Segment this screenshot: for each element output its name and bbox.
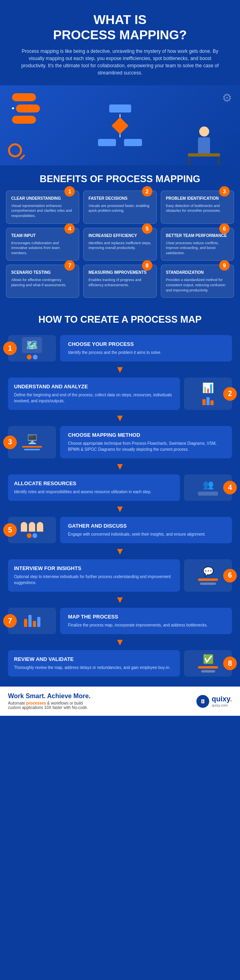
benefit-title-3: PROBLEM IDENTIFICATION <box>166 196 229 201</box>
step-1-title: CHOOSE YOUR PROCESS <box>68 341 226 347</box>
arrow-down-icon: ▼ <box>115 364 125 375</box>
benefit-2: 2 FASTER DECISIONS Visuals are processed… <box>83 191 156 224</box>
benefit-title-1: CLEAR UNDERSTANDING <box>11 196 74 201</box>
arrow-down-icon-3: ▼ <box>115 461 125 472</box>
benefits-section: BENEFITS OF PROCESS MAPPING 1 CLEAR UNDE… <box>0 165 240 306</box>
step-7-title: MAP THE PROCESS <box>68 614 226 620</box>
benefit-number-7: 7 <box>64 260 75 271</box>
step-7-image: 7 <box>8 608 56 634</box>
connector-5-6: ▼ <box>6 545 234 557</box>
step-8-content: REVIEW AND VALIDATE Thoroughly review th… <box>8 650 180 677</box>
arrow-down-icon-5: ▼ <box>115 546 125 557</box>
benefits-title: BENEFITS OF PROCESS MAPPING <box>6 173 234 185</box>
arrow-down-icon-7: ▼ <box>115 637 125 648</box>
step-3-desc: Choose appropriate technique from Proces… <box>68 440 226 452</box>
quixy-logo-icon <box>199 697 207 705</box>
step-5-number: 5 <box>3 523 17 537</box>
step-7-content: MAP THE PROCESS Finalize the process map… <box>60 608 232 634</box>
step-2-number: 2 <box>223 387 237 401</box>
benefit-desc-7: Allows for effective contingency plannin… <box>11 277 74 287</box>
header-description: Process mapping is like being a detectiv… <box>16 48 224 76</box>
benefit-desc-6: Clear processes reduce conflicts, improv… <box>166 241 229 256</box>
step-4-title: ALLOCATE RESOURCES <box>14 480 172 486</box>
benefit-9: 9 STANDARDIZATION Provides a standardize… <box>161 265 234 298</box>
step-1-content: CHOOSE YOUR PROCESS Identify the process… <box>60 335 232 361</box>
benefit-number-9: 9 <box>219 260 230 271</box>
header-section: WHAT ISPROCESS MAPPING? Process mapping … <box>0 0 240 85</box>
howto-title: HOW TO CREATE A PROCESS MAP <box>6 314 234 325</box>
quixy-brand-name: quixy. <box>212 695 232 703</box>
step-5-desc: Engage with concerned individuals, seek … <box>68 531 226 537</box>
step-6-content: INTERVIEW FOR INSIGHTS Optional step to … <box>8 559 180 592</box>
quixy-dot: . <box>230 695 232 703</box>
step-8-number: 8 <box>223 657 237 670</box>
step-1: 1 🗺️ CHOOSE YOUR PROCESS Identify the pr… <box>6 333 234 363</box>
step-3-number: 3 <box>3 436 17 449</box>
step-5-title: GATHER AND DISCUSS <box>68 523 226 529</box>
benefit-number-2: 2 <box>142 186 152 197</box>
benefit-number-1: 1 <box>64 186 75 197</box>
benefit-number-4: 4 <box>64 223 75 234</box>
arrow-down-icon-6: ▼ <box>115 594 125 605</box>
step-6-desc: Optional step to interview individuals f… <box>14 574 172 586</box>
hero-illustration: ⚙ <box>0 85 240 165</box>
footer-right: quixy. quixy.com <box>196 695 232 708</box>
howto-section: HOW TO CREATE A PROCESS MAP 1 🗺️ CHOOSE … <box>0 306 240 687</box>
benefit-title-6: BETTER TEAM PERFORMANCE <box>166 233 229 238</box>
step-6-title: INTERVIEW FOR INSIGHTS <box>14 565 172 571</box>
step-2-content: UNDERSTAND AND ANALYZE Define the beginn… <box>8 378 180 410</box>
arrow-down-icon-4: ▼ <box>115 503 125 514</box>
benefit-desc-2: Visuals are processed faster, enabling q… <box>88 203 151 213</box>
step-2-title: UNDERSTAND AND ANALYZE <box>14 384 172 390</box>
step-4-image: 4 👥 <box>184 474 232 501</box>
connector-2-3: ▼ <box>6 412 234 424</box>
benefits-grid: 1 CLEAR UNDERSTANDING Visual representat… <box>6 191 234 298</box>
step-4-desc: Identify roles and responsibilities and … <box>14 489 172 495</box>
step-5: 5 GATHER AND DISCUSS Engage with concern… <box>6 515 234 545</box>
footer-left: Work Smart. Achieve More. Automate proce… <box>8 693 90 710</box>
footer-sub-tagline: Automate processes & workflows or build … <box>8 701 90 710</box>
benefit-number-6: 6 <box>219 223 230 234</box>
benefit-1: 1 CLEAR UNDERSTANDING Visual representat… <box>6 191 79 224</box>
benefit-desc-8: Enables tracking of progress and efficie… <box>88 277 151 287</box>
step-8-image: 8 ✅ <box>184 650 232 677</box>
benefit-desc-4: Encourages collaboration and innovative … <box>11 241 74 256</box>
arrow-down-icon-2: ▼ <box>115 412 125 424</box>
step-4-content: ALLOCATE RESOURCES Identify roles and re… <box>8 474 180 501</box>
step-8-desc: Thoroughly review the map, address delay… <box>14 665 172 671</box>
step-4: 4 👥 ALLOCATE RESOURCES Identify roles an… <box>6 472 234 503</box>
connector-7-8: ▼ <box>6 636 234 648</box>
benefit-6: 6 BETTER TEAM PERFORMANCE Clear processe… <box>161 228 234 261</box>
benefit-8: 8 MEASURING IMPROVEMENTS Enables trackin… <box>83 265 156 298</box>
step-5-image: 5 <box>8 517 56 543</box>
benefit-title-8: MEASURING IMPROVEMENTS <box>88 270 151 275</box>
step-3-title: CHOOSE MAPPING METHOD <box>68 432 226 438</box>
step-3-image: 3 🖥️ <box>8 426 56 458</box>
connector-6-7: ▼ <box>6 594 234 606</box>
benefit-4: 4 TEAM INPUT Encourages collaboration an… <box>6 228 79 261</box>
connector-1-2: ▼ <box>6 363 234 376</box>
step-4-number: 4 <box>223 481 237 494</box>
benefit-title-2: FASTER DECISIONS <box>88 196 151 201</box>
step-7-desc: Finalize the process map, incorporate im… <box>68 622 226 628</box>
step-1-image: 1 🗺️ <box>8 335 56 361</box>
step-5-content: GATHER AND DISCUSS Engage with concerned… <box>60 517 232 543</box>
connector-3-4: ▼ <box>6 460 234 472</box>
quixy-website: quixy.com <box>212 703 232 707</box>
benefit-number-5: 5 <box>142 223 152 234</box>
benefit-5: 5 INCREASED EFFICIENCY Identifies and re… <box>83 228 156 261</box>
step-7: 7 MAP THE PROCESS Finalize the process m… <box>6 606 234 636</box>
step-2-desc: Define the beginning and end of the proc… <box>14 392 172 404</box>
benefit-title-9: STANDARDIZATION <box>166 270 229 275</box>
footer-tagline: Work Smart. Achieve More. <box>8 693 90 700</box>
step-7-number: 7 <box>3 614 17 628</box>
connector-4-5: ▼ <box>6 503 234 515</box>
step-3: 3 🖥️ CHOOSE MAPPING METHOD Choose approp… <box>6 424 234 460</box>
benefit-7: 7 SCENARIO TESTING Allows for effective … <box>6 265 79 298</box>
step-1-desc: Identify the process and the problem it … <box>68 349 226 355</box>
step-6-image: 6 💬 <box>184 559 232 592</box>
benefit-desc-5: Identifies and replaces inefficient step… <box>88 241 151 251</box>
step-6-number: 6 <box>223 569 237 582</box>
step-1-number: 1 <box>3 341 17 355</box>
steps-container: 1 🗺️ CHOOSE YOUR PROCESS Identify the pr… <box>6 333 234 679</box>
